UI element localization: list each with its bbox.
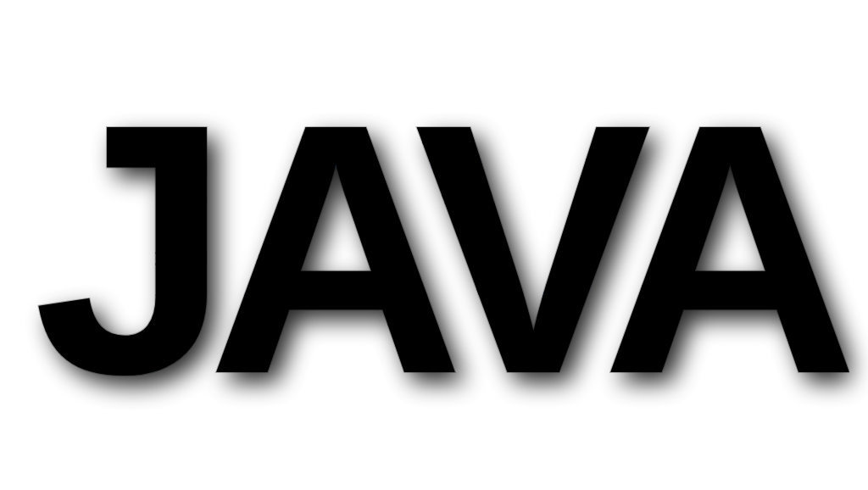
code-token: { — [334, 248, 358, 271]
code-token: /TODO handle st — [133, 340, 310, 363]
code-token: n) — [404, 126, 440, 149]
code-token: ByRule — [534, 370, 604, 393]
code-token: final — [133, 401, 192, 424]
code-token: co — [86, 126, 110, 149]
code-token: SyntaxNode cn — [157, 187, 310, 210]
code-token: } — [86, 309, 98, 332]
code-token: CodeExcept. — [487, 126, 628, 149]
code-token: Rule r — [145, 218, 227, 241]
code-token: E_PACKAGE==ru — [145, 248, 298, 271]
code-token: de)ite. — [440, 187, 522, 210]
code-token: C — [192, 401, 216, 424]
code-token: final — [133, 432, 192, 454]
code-token: .getCh — [239, 279, 309, 302]
code-token: * — [416, 340, 428, 363]
code-token: ByRule — [334, 279, 404, 302]
code-token: rator();ite. — [510, 157, 652, 180]
code-token: it — [498, 432, 522, 454]
code-token: el — [97, 309, 121, 332]
code-token: le = c — [239, 218, 309, 241]
code-token: ule){ — [345, 309, 404, 332]
code-token: getChi — [440, 370, 510, 393]
code-token: _IMPORT — [239, 309, 321, 332]
code-token: ( — [204, 126, 216, 149]
code-token: nsChars — [522, 401, 604, 424]
code-token: yntaxNo — [298, 126, 381, 149]
code-token: C — [192, 432, 216, 454]
code-token: SyntaxNode — [192, 370, 322, 393]
code-token: tFile — [145, 126, 204, 149]
code-token: = fullName. — [357, 432, 487, 454]
code-token: (Synta — [334, 187, 416, 210]
code-token: void — [27, 126, 75, 149]
code-token: c and — [333, 340, 392, 363]
code-token: xt(); — [534, 187, 593, 210]
code-token: if — [86, 248, 110, 271]
code-token: (It — [63, 157, 110, 180]
code-token: s fullN — [251, 401, 333, 424]
code-token: for — [27, 157, 63, 180]
code-token: ( — [109, 248, 121, 271]
code-token: (RULE_IMPO — [604, 370, 722, 393]
code-token: (RUL — [181, 309, 228, 332]
code-token: final — [215, 126, 275, 149]
code-token: getRule — [334, 218, 416, 241]
code-token: .createI — [392, 157, 487, 180]
code-token: hildren — [298, 157, 381, 180]
code-token: sChars — [628, 279, 698, 302]
code-token: n = cn. — [357, 370, 439, 393]
code-token: ('.') — [522, 432, 581, 454]
code-token: e = ccn. — [357, 401, 451, 424]
java-word-art: JAVA void co tFile(final yntaxNo n) thro… — [19, 67, 849, 423]
code-token: or ite=sn.g — [145, 157, 275, 180]
code-token: ; — [428, 218, 440, 241]
code-token: (RULE_REF — [404, 279, 510, 302]
code-token: thro — [440, 126, 487, 149]
code-inside-letters: void co tFile(final yntaxNo n) thro Code… — [19, 67, 849, 423]
code-token: fin — [86, 218, 122, 241]
code-token: s[] par — [251, 432, 333, 454]
code-token: getToke — [534, 279, 616, 302]
code-token: fin — [86, 187, 122, 210]
code-token: if — [145, 309, 181, 332]
code-token: getT — [452, 401, 499, 424]
code-token: ack = c — [145, 279, 227, 302]
code-token: final — [133, 370, 192, 393]
